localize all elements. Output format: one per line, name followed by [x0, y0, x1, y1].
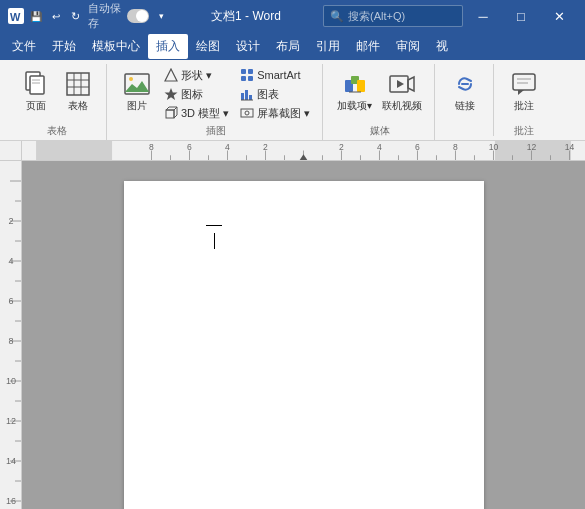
- ribbon-btn-screenshot[interactable]: 屏幕截图 ▾: [235, 104, 314, 122]
- addins-icon: [339, 68, 371, 100]
- svg-text:4: 4: [225, 142, 230, 152]
- ribbon-btn-comment[interactable]: 批注: [504, 66, 544, 122]
- illustration-small-col: 形状 ▾ 图标: [159, 66, 233, 122]
- ribbon-group-media: 加载项▾ 联机视频 媒体: [325, 64, 435, 140]
- illustration-small-col2: SmartArt 图表: [235, 66, 314, 122]
- ribbon-group-comment-content: 批注: [504, 66, 544, 122]
- menu-item-2[interactable]: 模板中心: [84, 34, 148, 59]
- ribbon-btn-link[interactable]: 链接: [445, 66, 485, 122]
- svg-text:14: 14: [6, 456, 16, 466]
- icon-icon: [163, 86, 179, 102]
- customize-btn[interactable]: ▾: [153, 6, 169, 26]
- image-label: 图片: [127, 100, 147, 112]
- svg-text:12: 12: [6, 416, 16, 426]
- comment-icon: [508, 68, 540, 100]
- ruler-v-svg: 246810121416: [0, 161, 21, 509]
- svg-marker-34: [408, 77, 414, 91]
- document-area: 246810121416: [0, 161, 585, 509]
- ribbon-group-illustration: 图片 形状 ▾ 图标: [109, 64, 323, 140]
- restore-button[interactable]: □: [503, 0, 539, 32]
- screenshot-label: 屏幕截图 ▾: [257, 106, 310, 121]
- ribbon-group-comment: 批注 批注: [496, 64, 552, 140]
- undo-button[interactable]: ↩: [48, 6, 64, 26]
- menu-item-8[interactable]: 邮件: [348, 34, 388, 59]
- smartart-label: SmartArt: [257, 69, 300, 81]
- comment-group-label: 批注: [504, 124, 544, 140]
- video-label: 联机视频: [382, 100, 422, 112]
- svg-text:12: 12: [527, 142, 537, 152]
- link-icon: [449, 68, 481, 100]
- svg-point-12: [129, 77, 133, 81]
- ribbon-group-media-content: 加载项▾ 联机视频: [333, 66, 426, 122]
- icon-label: 图标: [181, 87, 203, 102]
- pages-label: 页面: [26, 100, 46, 112]
- search-placeholder: 搜索(Alt+Q): [348, 9, 405, 24]
- title-bar-left: W 💾 ↩ ↻ 自动保存 ▾: [8, 1, 169, 31]
- search-bar[interactable]: 🔍 搜索(Alt+Q): [323, 5, 463, 27]
- svg-rect-22: [248, 76, 253, 81]
- ribbon-btn-3d[interactable]: 3D 模型 ▾: [159, 104, 233, 122]
- minimize-button[interactable]: ─: [465, 0, 501, 32]
- link-group-label: [445, 134, 485, 136]
- svg-marker-76: [300, 154, 308, 160]
- save-button[interactable]: 💾: [28, 6, 44, 26]
- svg-rect-21: [241, 76, 246, 81]
- ribbon-btn-shape[interactable]: 形状 ▾: [159, 66, 233, 84]
- svg-rect-25: [249, 95, 252, 100]
- menu-item-5[interactable]: 设计: [228, 34, 268, 59]
- menu-item-9[interactable]: 审阅: [388, 34, 428, 59]
- menu-item-0[interactable]: 文件: [4, 34, 44, 59]
- svg-text:16: 16: [6, 496, 16, 506]
- menu-item-1[interactable]: 开始: [44, 34, 84, 59]
- svg-text:8: 8: [8, 336, 13, 346]
- cursor-crosshair-h: [206, 225, 222, 226]
- svg-text:8: 8: [149, 142, 154, 152]
- chart-label: 图表: [257, 87, 279, 102]
- ribbon-group-link: 链接: [437, 64, 494, 136]
- document-page[interactable]: [124, 181, 484, 509]
- svg-text:6: 6: [187, 142, 192, 152]
- svg-point-28: [245, 111, 249, 115]
- svg-text:10: 10: [6, 376, 16, 386]
- menu-item-4[interactable]: 绘图: [188, 34, 228, 59]
- svg-marker-35: [397, 80, 404, 88]
- ruler-corner: [0, 141, 22, 161]
- menu-item-7[interactable]: 引用: [308, 34, 348, 59]
- svg-rect-36: [513, 74, 535, 90]
- ribbon-btn-smartart[interactable]: SmartArt: [235, 66, 314, 84]
- ruler-area: 86422468101214: [0, 141, 585, 161]
- ribbon-btn-icon[interactable]: 图标: [159, 85, 233, 103]
- redo-button[interactable]: ↻: [68, 6, 84, 26]
- menu-item-6[interactable]: 布局: [268, 34, 308, 59]
- link-label: 链接: [455, 100, 475, 112]
- ruler-h-svg: 86422468101214: [22, 141, 585, 160]
- svg-text:10: 10: [489, 142, 499, 152]
- svg-text:4: 4: [377, 142, 382, 152]
- ribbon-btn-video[interactable]: 联机视频: [378, 66, 426, 122]
- ribbon-btn-table[interactable]: 表格: [58, 66, 98, 122]
- ribbon-btn-addins[interactable]: 加载项▾: [333, 66, 376, 122]
- menu-item-10[interactable]: 视: [428, 34, 456, 59]
- ribbon-group-link-content: 链接: [445, 66, 485, 132]
- ribbon-group-table: 页面 表格 表格: [8, 64, 107, 140]
- close-button[interactable]: ✕: [541, 0, 577, 32]
- svg-text:2: 2: [263, 142, 268, 152]
- ribbon-btn-image[interactable]: 图片: [117, 66, 157, 122]
- menu-item-3[interactable]: 插入: [148, 34, 188, 59]
- svg-rect-27: [241, 109, 253, 117]
- ribbon-btn-pages[interactable]: 页面: [16, 66, 56, 122]
- shape-label: 形状 ▾: [181, 68, 212, 83]
- 3d-label: 3D 模型 ▾: [181, 106, 229, 121]
- comment-label: 批注: [514, 100, 534, 112]
- svg-rect-3: [30, 76, 44, 94]
- svg-text:2: 2: [339, 142, 344, 152]
- svg-marker-14: [165, 88, 178, 100]
- ribbon-btn-chart[interactable]: 图表: [235, 85, 314, 103]
- media-group-label: 媒体: [333, 124, 426, 140]
- word-icon: W: [8, 7, 24, 25]
- autosave-toggle[interactable]: [127, 9, 149, 23]
- svg-rect-6: [67, 73, 89, 95]
- ruler-vertical: 246810121416: [0, 161, 22, 509]
- document-scroll[interactable]: [22, 161, 585, 509]
- video-icon: [386, 68, 418, 100]
